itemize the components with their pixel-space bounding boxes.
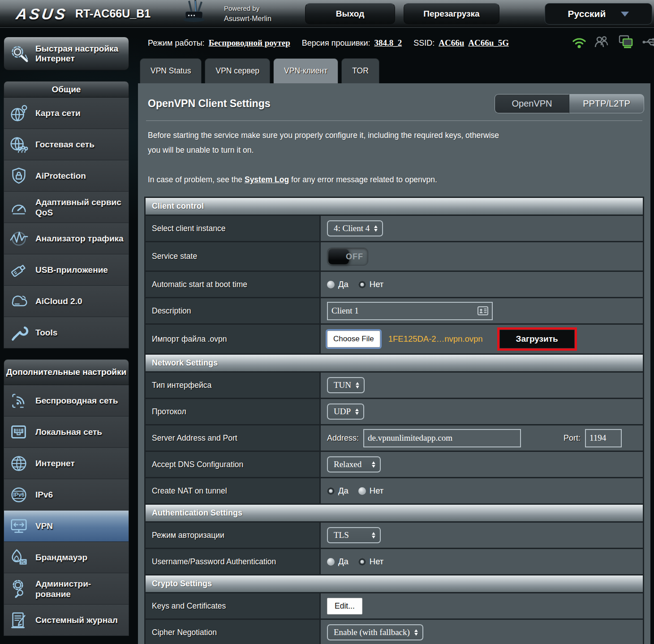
row-value: TLS ▲▼ — [321, 523, 643, 548]
mode-label: Режим работы: — [148, 39, 205, 48]
sidebar-item-label: Адаптивный сервис QoS — [35, 197, 126, 218]
radio-yes[interactable] — [327, 281, 335, 288]
auth-mode-select[interactable]: TLS ▲▼ — [327, 527, 381, 543]
lan-icon — [7, 422, 31, 442]
row-label: Cipher Negotiation — [146, 620, 319, 644]
sidebar-item-label: Системный журнал — [35, 615, 118, 625]
row-value: TUN ▲▼ — [321, 373, 643, 398]
sidebar-item-wan[interactable]: Интернет — [4, 448, 129, 479]
port-field-wrap — [585, 429, 622, 447]
upload-button[interactable]: Загрузить — [499, 330, 575, 348]
sidebar-item-qos[interactable]: Адаптивный сервис QoS — [4, 192, 129, 223]
quick-setup-button[interactable]: Быстрая настройка Интернет — [4, 37, 129, 70]
tab-vpn-status[interactable]: VPN Status — [140, 58, 202, 83]
address-book-icon[interactable] — [478, 306, 488, 315]
interface-type-select[interactable]: TUN ▲▼ — [327, 377, 365, 393]
sidebar-item-usb-application[interactable]: USB-приложение — [4, 254, 129, 286]
server-port-input[interactable] — [589, 433, 618, 443]
language-label: Русский — [568, 9, 606, 19]
row-label: Keys and Certificates — [146, 593, 319, 618]
cipher-negotiation-select[interactable]: Enable (with fallback) ▲▼ — [327, 624, 423, 640]
row-value: Да Нет — [321, 272, 643, 297]
qos-icon — [7, 197, 31, 218]
wifi-icon[interactable] — [572, 35, 587, 49]
sidebar-item-network-map[interactable]: Карта сети — [4, 98, 129, 129]
ssid-24g-link[interactable]: AC66u — [439, 38, 464, 48]
powered-by: Powered by Asuswrt-Merlin — [224, 3, 271, 24]
protocol-select[interactable]: UDP ▲▼ — [327, 404, 364, 420]
edit-keys-button[interactable]: Edit... — [327, 598, 362, 614]
dns-config-select[interactable]: Relaxed ▲▼ — [327, 456, 381, 472]
lan-devices-icon[interactable] — [618, 35, 634, 49]
ssid-label: SSID: — [413, 39, 435, 48]
ovpn-filename: 1FE125DA-2…nvpn.ovpn — [388, 334, 483, 344]
description-field-wrap — [327, 302, 493, 320]
radio-no[interactable] — [358, 558, 366, 566]
server-address-input[interactable] — [368, 433, 516, 443]
sidebar-item-label: Анализатор трафика — [35, 233, 124, 244]
system-log-link[interactable]: System Log — [245, 175, 289, 184]
sidebar-item-label: AiProtection — [35, 171, 86, 181]
sidebar-item-label: VPN — [35, 521, 53, 531]
sidebar-item-ipv6[interactable]: IPv6 IPv6 — [4, 479, 129, 511]
sidebar-item-firewall[interactable]: Брандмауэр — [4, 542, 129, 573]
sidebar-item-lan[interactable]: Локальная сеть — [4, 416, 129, 448]
service-state-toggle[interactable]: OFF — [327, 248, 368, 266]
powered-by-line1: Powered by — [224, 3, 271, 13]
radio-no[interactable] — [358, 487, 366, 495]
row-value — [321, 298, 643, 323]
tab-tor[interactable]: TOR — [341, 58, 379, 83]
vpn-type-toggle: OpenVPN PPTP/L2TP — [495, 94, 644, 113]
aicloud-icon — [7, 291, 31, 312]
row-value: 4: Client 4 ▲▼ — [321, 216, 643, 241]
vpn-icon — [7, 516, 31, 537]
guest-network-icon — [7, 134, 31, 155]
client-instance-select[interactable]: 4: Client 4 ▲▼ — [327, 220, 383, 236]
sidebar-item-system-log[interactable]: Системный журнал — [4, 605, 129, 636]
sidebar-item-label: IPv6 — [35, 489, 53, 500]
select-arrows-icon: ▲▼ — [374, 225, 378, 232]
userpass-radio-group: Да Нет — [327, 557, 390, 567]
divider — [146, 120, 642, 121]
vpn-tabs: VPN Status VPN сервер VPN-клиент TOR — [140, 58, 379, 83]
choose-file-button[interactable]: Choose File — [327, 331, 380, 348]
sidebar-item-aicloud[interactable]: AiCloud 2.0 — [4, 286, 129, 317]
radio-yes[interactable] — [327, 487, 335, 495]
asus-logo[interactable]: ASUS — [15, 5, 69, 23]
radio-yes[interactable] — [327, 558, 335, 566]
sidebar-item-guest-network[interactable]: Гостевая сеть — [4, 129, 129, 160]
sidebar-item-label: Беспроводная сеть — [35, 395, 118, 406]
sidebar-item-wireless[interactable]: Беспроводная сеть — [4, 385, 129, 416]
pptp-l2tp-button[interactable]: PPTP/L2TP — [569, 94, 644, 113]
description-input[interactable] — [331, 306, 466, 316]
usb-application-icon — [7, 260, 31, 280]
address-label: Address: — [327, 434, 359, 443]
select-arrows-icon: ▲▼ — [371, 461, 376, 468]
openvpn-button[interactable]: OpenVPN — [495, 94, 569, 113]
router-model: RT-AC66U_B1 — [75, 7, 151, 20]
administration-icon — [7, 579, 31, 599]
sidebar-item-traffic-analyzer[interactable]: Анализатор трафика — [4, 223, 129, 254]
row-value: OFF — [321, 242, 643, 270]
row-label: Server Address and Port — [146, 425, 319, 451]
sidebar-item-label: Брандмауэр — [35, 552, 87, 562]
row-label: Тип интерфейса — [146, 373, 319, 398]
sidebar-item-aiprotection[interactable]: AiProtection — [4, 160, 129, 192]
reboot-button[interactable]: Перезагрузка — [404, 3, 499, 24]
sidebar-item-tools[interactable]: Tools — [4, 317, 129, 348]
clients-icon[interactable] — [594, 35, 611, 49]
usb-icon[interactable] — [642, 36, 654, 48]
radio-no[interactable] — [358, 281, 366, 288]
tools-icon — [7, 322, 31, 343]
tab-vpn-client[interactable]: VPN-клиент — [273, 58, 338, 83]
sidebar-item-vpn[interactable]: VPN — [4, 511, 129, 542]
firmware-version-link[interactable]: 384.8_2 — [374, 38, 402, 48]
ssid-5g-link[interactable]: AC66u_5G — [468, 38, 509, 48]
sidebar-item-administration[interactable]: Администри-рование — [4, 573, 129, 605]
language-dropdown[interactable]: Русский — [545, 3, 652, 25]
firewall-icon — [7, 547, 31, 568]
operation-mode-link[interactable]: Беспроводной роутер — [209, 38, 290, 48]
tab-vpn-server[interactable]: VPN сервер — [205, 58, 270, 83]
router-admin-page: ASUS RT-AC66U_B1 Powered by Asuswrt-Merl… — [0, 0, 654, 644]
logout-button[interactable]: Выход — [305, 3, 395, 24]
